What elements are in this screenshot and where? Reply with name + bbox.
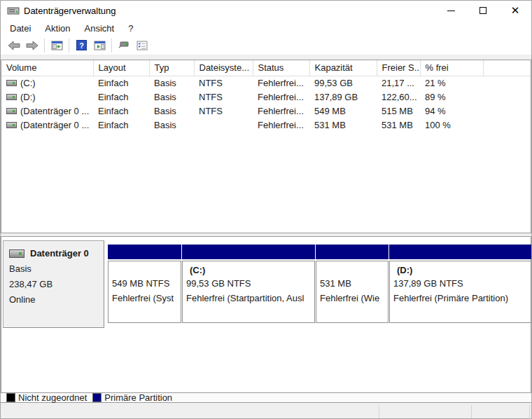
disk-type: Basis: [9, 263, 104, 275]
menu-hilfe[interactable]: ?: [126, 22, 135, 35]
cell-kapazitaet: 137,89 GB: [309, 90, 377, 104]
column-header-typ[interactable]: Typ: [149, 60, 194, 76]
cell-typ: Basis: [149, 104, 194, 118]
toolbar: ?: [1, 36, 531, 55]
cell-dateisystem: NTFS: [194, 76, 253, 90]
disk-management-window: Datenträgerverwaltung ✕ Datei Aktion Ans…: [0, 0, 532, 419]
volume-icon: [6, 80, 17, 86]
menu-bar: Datei Aktion Ansicht ?: [1, 20, 531, 36]
cell-kapazitaet: 549 MB: [309, 104, 377, 118]
partition-size: 531 MB: [316, 275, 388, 290]
volume-name: (D:): [20, 92, 36, 102]
popup-menu-icon[interactable]: [115, 37, 133, 54]
cell-dateisystem: NTFS: [194, 104, 253, 118]
status-bar-divider: [379, 405, 379, 418]
cell-status: Fehlerfrei...: [253, 104, 309, 118]
toolbar-separator: [111, 39, 112, 53]
cell-status: Fehlerfrei...: [253, 90, 309, 104]
close-button[interactable]: ✕: [499, 1, 531, 20]
cell-prozent-frei: 100 %: [420, 118, 483, 132]
back-arrow-icon[interactable]: [5, 37, 23, 54]
partition-letter: (D:): [390, 261, 531, 275]
cell-typ: Basis: [149, 76, 194, 90]
table-row[interactable]: (C:) Einfach Basis NTFS Fehlerfrei... 99…: [1, 76, 531, 90]
svg-text:?: ?: [79, 41, 84, 50]
status-bar: [1, 404, 531, 418]
volume-name: (Datenträger 0 ...: [20, 120, 89, 130]
legend-unallocated: Nicht zugeordnet: [1, 393, 87, 403]
cell-kapazitaet: 99,53 GB: [309, 76, 377, 90]
partition-recovery[interactable]: 531 MB Fehlerfrei (Wie: [316, 245, 388, 348]
forward-arrow-icon[interactable]: [23, 37, 41, 54]
help-icon[interactable]: ?: [72, 37, 90, 54]
disk-status: Online: [9, 294, 104, 305]
cell-layout: Einfach: [93, 118, 149, 132]
volume-list-pane: Volume Layout Typ Dateisyste... Status K…: [1, 60, 531, 233]
legend-bar: Nicht zugeordnet Primäre Partition: [1, 393, 531, 403]
partition-color-band: [182, 245, 315, 259]
cell-prozent-frei: 21 %: [420, 76, 483, 90]
primary-partition-swatch-icon: [92, 393, 102, 402]
menu-aktion[interactable]: Aktion: [43, 22, 72, 35]
minimize-button[interactable]: [435, 1, 467, 20]
cell-freier-speicher: 531 MB: [377, 118, 420, 132]
volume-icon: [6, 94, 17, 100]
partition-color-band: [316, 245, 388, 259]
partition-c[interactable]: (C:) 99,53 GB NTFS Fehlerfrei (Startpart…: [182, 245, 315, 348]
partition-color-band: [389, 245, 531, 259]
partition-size: 99,53 GB NTFS: [183, 275, 314, 290]
table-row[interactable]: (Datenträger 0 ... Einfach Basis NTFS Fe…: [1, 104, 531, 118]
partition-letter: (C:): [183, 261, 314, 275]
partition-size: 549 MB NTFS: [108, 275, 181, 290]
properties-list-icon[interactable]: [133, 37, 151, 54]
cell-freier-speicher: 122,60...: [377, 90, 420, 104]
cell-prozent-frei: 94 %: [420, 104, 483, 118]
volume-name: (Datenträger 0 ...: [20, 106, 89, 116]
partition-status: Fehlerfrei (Wie: [316, 290, 388, 305]
legend-primary-partition: Primäre Partition: [87, 393, 172, 403]
console-tree-icon[interactable]: [48, 37, 66, 54]
minimize-icon: [447, 11, 455, 11]
show-action-pane-icon[interactable]: [90, 37, 108, 54]
column-header-layout[interactable]: Layout: [93, 60, 149, 76]
column-header-status[interactable]: Status: [253, 60, 309, 76]
volume-table: Volume Layout Typ Dateisyste... Status K…: [1, 60, 531, 132]
table-row[interactable]: (Datenträger 0 ... Einfach Basis Fehlerf…: [1, 118, 531, 132]
cell-status: Fehlerfrei...: [253, 76, 309, 90]
column-header-kapazitaet[interactable]: Kapazität: [309, 60, 377, 76]
partition-status: Fehlerfrei (Syst: [108, 290, 181, 305]
cell-layout: Einfach: [93, 104, 149, 118]
disk-graph-pane: Datenträger 0 Basis 238,47 GB Online 549…: [1, 236, 531, 393]
volume-name: (C:): [20, 78, 36, 88]
volume-icon: [6, 108, 17, 114]
title-bar: Datenträgerverwaltung ✕: [1, 1, 531, 20]
window-title: Datenträgerverwaltung: [24, 6, 116, 16]
maximize-button[interactable]: [467, 1, 499, 20]
cell-layout: Einfach: [93, 90, 149, 104]
volume-icon: [6, 122, 17, 128]
disk-0-panel[interactable]: Datenträger 0 Basis 238,47 GB Online: [3, 240, 104, 328]
status-bar-divider: [471, 405, 472, 418]
column-header-dateisystem[interactable]: Dateisyste...: [194, 60, 253, 76]
legend-label: Primäre Partition: [104, 392, 172, 403]
maximize-icon: [479, 7, 486, 14]
menu-datei[interactable]: Datei: [8, 22, 33, 35]
toolbar-separator: [44, 39, 45, 53]
column-header-prozent-frei[interactable]: % frei: [420, 60, 483, 76]
cell-status: Fehlerfrei...: [253, 118, 309, 132]
partition-color-band: [108, 245, 181, 259]
partition-system[interactable]: 549 MB NTFS Fehlerfrei (Syst: [108, 245, 181, 348]
table-row[interactable]: (D:) Einfach Basis NTFS Fehlerfrei... 13…: [1, 90, 531, 104]
status-bar-divider: [529, 405, 530, 418]
menu-ansicht[interactable]: Ansicht: [83, 22, 117, 35]
column-header-volume[interactable]: Volume: [1, 60, 93, 76]
column-header-empty: [483, 60, 531, 76]
disk-icon: [9, 249, 24, 258]
partition-d[interactable]: (D:) 137,89 GB NTFS Fehlerfrei (Primäre …: [389, 245, 531, 348]
disk-name: Datenträger 0: [30, 248, 89, 259]
column-header-freier-speicher[interactable]: Freier S...: [377, 60, 420, 76]
cell-prozent-frei: 89 %: [420, 90, 483, 104]
close-icon: ✕: [511, 6, 520, 16]
cell-typ: Basis: [149, 118, 194, 132]
cell-typ: Basis: [149, 90, 194, 104]
